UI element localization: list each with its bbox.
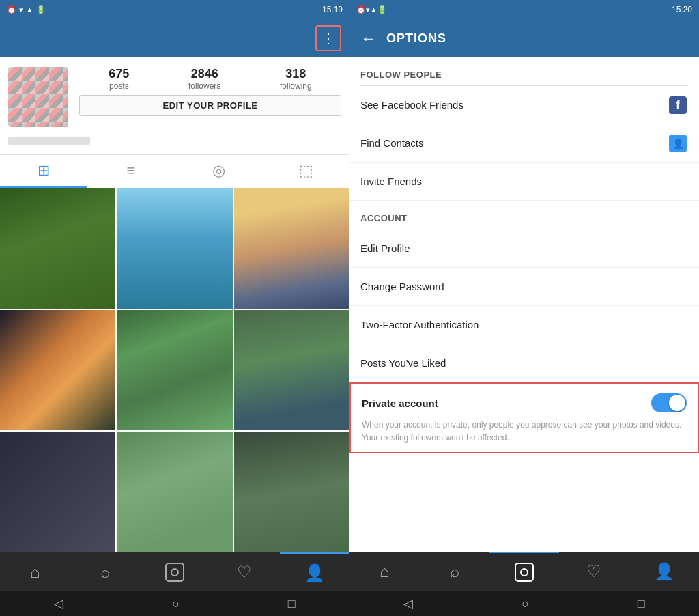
followers-label: followers — [188, 81, 220, 91]
tab-list[interactable]: ≡ — [87, 155, 175, 188]
right-system-bar: ◁ ○ □ — [350, 591, 699, 616]
right-nav-home[interactable]: ⌂ — [350, 552, 419, 591]
right-nav-profile[interactable]: 👤 — [629, 552, 699, 591]
right-nav-camera[interactable] — [489, 552, 559, 591]
search-icon: ⌕ — [100, 563, 110, 582]
tagged-icon: ⬚ — [299, 162, 313, 180]
home-system-button[interactable]: ○ — [172, 597, 180, 611]
left-bottom-nav: ⌂ ⌕ ♡ 👤 — [0, 552, 350, 591]
back-arrow-button[interactable]: ← — [360, 29, 377, 48]
private-account-box: Private account When your account is pri… — [350, 382, 699, 453]
toggle-knob — [669, 395, 685, 411]
photo-6[interactable] — [234, 310, 350, 430]
tab-grid[interactable]: ⊞ — [0, 155, 87, 188]
find-contacts-row[interactable]: Find Contacts 👤 — [350, 124, 699, 163]
home-icon: ⌂ — [30, 563, 40, 582]
posts-label: posts — [109, 81, 129, 91]
camera-lens-icon — [171, 568, 179, 576]
right-recents-system-button[interactable]: □ — [638, 597, 645, 611]
nav-activity[interactable]: ♡ — [210, 552, 279, 591]
avatar-image — [8, 67, 68, 127]
right-home-icon: ⌂ — [380, 562, 390, 581]
three-dots-icon: ⋮ — [322, 31, 336, 45]
heart-icon: ♡ — [237, 563, 252, 582]
right-bottom-nav: ⌂ ⌕ ♡ 👤 — [350, 552, 699, 591]
edit-profile-row[interactable]: Edit Profile — [350, 229, 699, 268]
signal-icon: ▲ — [26, 5, 33, 14]
photo-8[interactable] — [117, 432, 232, 552]
avatar — [8, 67, 68, 127]
nav-profile[interactable]: 👤 — [280, 552, 350, 591]
tab-location[interactable]: ◎ — [175, 155, 262, 188]
change-password-row[interactable]: Change Password — [350, 268, 699, 306]
following-stat: 318 following — [280, 67, 312, 91]
right-alarm-icon: ⏰ — [356, 5, 366, 14]
followers-count: 2846 — [191, 67, 218, 81]
left-status-bar: ⏰ ▾ ▲ 🔋 15:19 — [0, 0, 350, 19]
find-contacts-label: Find Contacts — [360, 137, 668, 149]
posts-stat: 675 posts — [109, 67, 129, 91]
followers-stat: 2846 followers — [188, 67, 220, 91]
private-account-label: Private account — [362, 397, 651, 409]
contact-icon-wrapper: 👤 — [668, 133, 688, 154]
right-top-bar: ← OPTIONS — [350, 19, 699, 57]
private-account-row: Private account — [362, 393, 687, 412]
profile-stats: 675 posts 2846 followers 318 following E… — [79, 67, 341, 116]
options-content: FOLLOW PEOPLE See Facebook Friends f Fin… — [350, 57, 699, 552]
two-factor-row[interactable]: Two-Factor Authentication — [350, 306, 699, 344]
account-header: ACCOUNT — [350, 201, 699, 229]
edit-profile-label: Edit Profile — [360, 242, 688, 254]
following-label: following — [280, 81, 312, 91]
wifi-icon: ▾ — [19, 5, 23, 14]
tab-tagged[interactable]: ⬚ — [262, 155, 350, 188]
posts-count: 675 — [109, 67, 129, 81]
recents-system-button[interactable]: □ — [288, 597, 296, 611]
photo-9[interactable] — [234, 432, 350, 552]
grid-icon: ⊞ — [38, 162, 50, 180]
menu-dots-button[interactable]: ⋮ — [315, 25, 341, 51]
invite-friends-row[interactable]: Invite Friends — [350, 163, 699, 201]
photo-3[interactable] — [234, 188, 350, 309]
right-home-system-button[interactable]: ○ — [522, 597, 529, 611]
private-account-toggle[interactable] — [651, 393, 687, 412]
profile-section: 675 posts 2846 followers 318 following E… — [0, 57, 350, 134]
options-title: OPTIONS — [386, 31, 446, 46]
right-time: 15:20 — [672, 5, 692, 14]
back-system-button[interactable]: ◁ — [54, 596, 63, 611]
location-icon: ◎ — [212, 162, 225, 180]
right-signal-icon: ▲ — [370, 5, 377, 14]
posts-liked-row[interactable]: Posts You've Liked — [350, 344, 699, 382]
photo-2[interactable] — [117, 188, 232, 309]
list-icon: ≡ — [127, 162, 136, 180]
right-heart-icon: ♡ — [586, 562, 601, 581]
tabs-row: ⊞ ≡ ◎ ⬚ — [0, 155, 350, 188]
photo-grid — [0, 188, 350, 552]
right-back-system-button[interactable]: ◁ — [403, 596, 413, 611]
edit-profile-button[interactable]: EDIT YOUR PROFILE — [79, 95, 341, 116]
right-camera-icon — [515, 563, 534, 582]
left-status-icons: ⏰ ▾ ▲ 🔋 — [7, 5, 46, 14]
stats-row: 675 posts 2846 followers 318 following — [79, 67, 341, 91]
photo-7[interactable] — [0, 432, 115, 552]
right-status-bar: ⏰ ▾ ▲ 🔋 15:20 — [350, 0, 699, 19]
right-camera-lens-icon — [520, 568, 528, 576]
right-battery-icon: 🔋 — [377, 5, 387, 14]
see-facebook-friends-row[interactable]: See Facebook Friends f — [350, 86, 699, 124]
photo-4[interactable] — [0, 310, 115, 430]
nav-search[interactable]: ⌕ — [70, 552, 139, 591]
change-password-label: Change Password — [360, 281, 688, 292]
right-nav-activity[interactable]: ♡ — [559, 552, 629, 591]
two-factor-label: Two-Factor Authentication — [360, 319, 688, 331]
facebook-icon-wrapper: f — [668, 95, 688, 115]
right-nav-search[interactable]: ⌕ — [419, 552, 489, 591]
username-area — [0, 134, 350, 154]
username-placeholder — [8, 137, 90, 145]
nav-camera[interactable] — [140, 552, 210, 591]
person-icon: 👤 — [304, 563, 325, 583]
right-person-icon: 👤 — [654, 562, 674, 581]
nav-home[interactable]: ⌂ — [0, 552, 70, 591]
photo-5[interactable] — [117, 310, 232, 430]
right-search-icon: ⌕ — [450, 562, 459, 581]
left-system-bar: ◁ ○ □ — [0, 591, 350, 616]
photo-1[interactable] — [0, 188, 115, 309]
